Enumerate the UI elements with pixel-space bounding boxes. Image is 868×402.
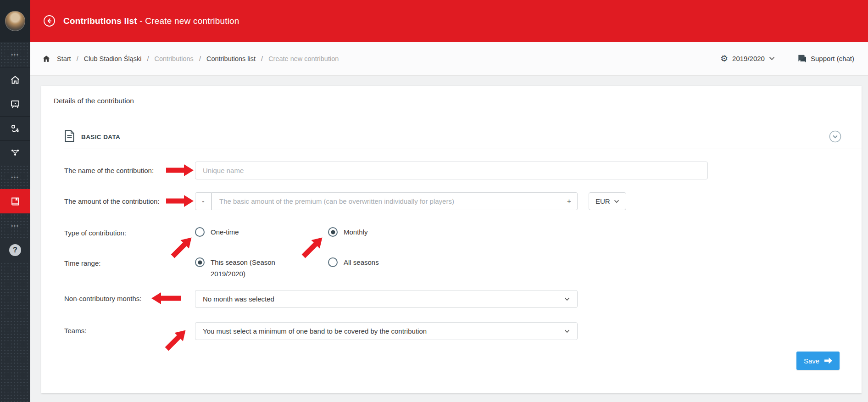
save-button-label: Save — [804, 357, 819, 365]
teams-field-label: Teams: — [64, 327, 86, 335]
page-title-primary: Contributions list — [63, 16, 137, 26]
radio-circle-icon — [195, 257, 205, 267]
chevron-down-icon — [564, 297, 570, 301]
time-range-field-label: Time range: — [64, 259, 100, 267]
arrow-right-icon — [824, 357, 832, 364]
sidebar-item-more-top[interactable]: ••• — [0, 42, 30, 67]
breadcrumb-bar-right: ⚙ 2019/2020 Support (chat) — [720, 54, 854, 63]
season-selector[interactable]: ⚙ 2019/2020 — [720, 54, 775, 63]
sidebar-item-tactics[interactable] — [0, 116, 30, 140]
section-divider — [64, 149, 862, 149]
breadcrumb-item-contributions: Contributions — [154, 55, 193, 62]
chevron-down-icon — [564, 329, 570, 333]
presentation-board-icon — [10, 99, 21, 110]
radio-one-time-label: One-time — [211, 227, 239, 238]
sidebar-item-more-bottom[interactable]: ••• — [0, 213, 30, 238]
support-label: Support (chat) — [811, 55, 854, 62]
annotation-arrow-left-months — [151, 292, 181, 304]
annotation-arrow-monthly — [299, 233, 326, 260]
details-card: Details of the contribution BASIC DATA T… — [41, 86, 862, 393]
radio-monthly[interactable]: Monthly — [328, 228, 368, 238]
page-header: Contributions list - Create new contribu… — [30, 0, 868, 42]
sidebar-item-teams[interactable] — [0, 140, 30, 165]
chevron-down-icon — [769, 56, 775, 61]
annotation-arrow-teams — [162, 326, 189, 353]
breadcrumb-separator: / — [77, 55, 78, 62]
annotation-arrow-right-name — [166, 164, 194, 176]
contributions-book-icon — [10, 196, 21, 207]
more-ellipsis-icon: ••• — [11, 52, 19, 57]
amount-increment-button[interactable]: + — [561, 192, 578, 210]
team-hierarchy-icon — [10, 147, 21, 158]
radio-circle-icon — [328, 227, 338, 237]
currency-select[interactable]: EUR — [589, 192, 626, 210]
user-avatar[interactable] — [5, 11, 25, 31]
help-question-icon: ? — [9, 244, 21, 256]
breadcrumb-separator: / — [147, 55, 149, 62]
tactics-strategy-icon — [10, 123, 21, 134]
back-button[interactable] — [43, 15, 56, 27]
radio-all-seasons-label: All seasons — [344, 257, 379, 268]
sidebar-item-more-middle[interactable]: ••• — [0, 165, 30, 189]
breadcrumb: Start / Club Stadion Śląski / Contributi… — [42, 55, 339, 63]
breadcrumb-bar: Start / Club Stadion Śląski / Contributi… — [30, 42, 868, 76]
sidebar-item-help[interactable]: ? — [0, 238, 30, 262]
amount-field-label: The amount of the contribution: — [64, 197, 160, 205]
breadcrumb-home-icon[interactable] — [42, 55, 50, 63]
amount-decrement-button[interactable]: - — [195, 192, 211, 210]
radio-circle-icon — [328, 257, 338, 267]
gear-icon: ⚙ — [720, 54, 728, 63]
currency-value: EUR — [595, 197, 610, 205]
breadcrumb-item-create-new: Create new contribution — [268, 55, 339, 62]
sidebar-item-trainings[interactable] — [0, 92, 30, 116]
basic-data-section-header: BASIC DATA — [64, 130, 120, 144]
months-select[interactable]: No month was selected — [195, 290, 578, 308]
radio-one-time[interactable]: One-time — [195, 228, 239, 238]
home-icon — [10, 74, 21, 85]
breadcrumb-separator: / — [199, 55, 201, 62]
breadcrumb-item-contributions-list[interactable]: Contributions list — [206, 55, 256, 62]
contribution-name-input[interactable] — [195, 162, 708, 179]
breadcrumb-item-start[interactable]: Start — [57, 55, 71, 62]
document-icon — [64, 130, 75, 144]
section-title: BASIC DATA — [81, 134, 120, 140]
radio-monthly-label: Monthly — [344, 227, 368, 238]
page-title: Contributions list - Create new contribu… — [63, 16, 239, 26]
contribution-amount-input[interactable] — [211, 192, 561, 210]
section-collapse-button[interactable] — [829, 130, 841, 145]
sidebar-item-home[interactable] — [0, 67, 30, 92]
radio-this-season[interactable]: This season (Season 2019/2020) — [195, 258, 280, 280]
card-title: Details of the contribution — [54, 97, 134, 105]
months-field-label: Non-contributory months: — [64, 295, 141, 302]
annotation-arrow-right-amount — [166, 195, 194, 207]
chat-forum-icon — [797, 54, 806, 63]
sidebar-filler — [0, 262, 30, 402]
amount-stepper: - + — [195, 192, 578, 210]
chevron-down-icon — [614, 200, 619, 203]
teams-select[interactable]: You must select a minimum of one band to… — [195, 322, 578, 340]
radio-all-seasons[interactable]: All seasons — [328, 258, 379, 268]
type-field-label: Type of contribution: — [64, 229, 126, 237]
name-field-label: The name of the contribution: — [64, 167, 154, 174]
annotation-arrow-one-time — [168, 233, 195, 260]
breadcrumb-item-club[interactable]: Club Stadion Śląski — [84, 55, 142, 62]
save-button[interactable]: Save — [796, 352, 840, 370]
sidebar-item-contributions-active[interactable] — [0, 189, 30, 213]
sidebar: ••• — [0, 0, 30, 402]
teams-select-value: You must select a minimum of one band to… — [203, 327, 427, 335]
breadcrumb-separator: / — [261, 55, 263, 62]
months-select-value: No month was selected — [203, 295, 274, 303]
radio-circle-icon — [195, 227, 205, 237]
page-title-secondary: - Create new contribution — [139, 16, 239, 26]
more-ellipsis-icon: ••• — [11, 223, 19, 229]
support-chat-link[interactable]: Support (chat) — [797, 54, 854, 63]
app-root: ••• — [0, 0, 868, 402]
season-value: 2019/2020 — [732, 55, 765, 62]
sidebar-avatar-block — [0, 0, 30, 42]
radio-this-season-label: This season (Season 2019/2020) — [211, 257, 280, 280]
more-ellipsis-icon: ••• — [11, 174, 19, 180]
